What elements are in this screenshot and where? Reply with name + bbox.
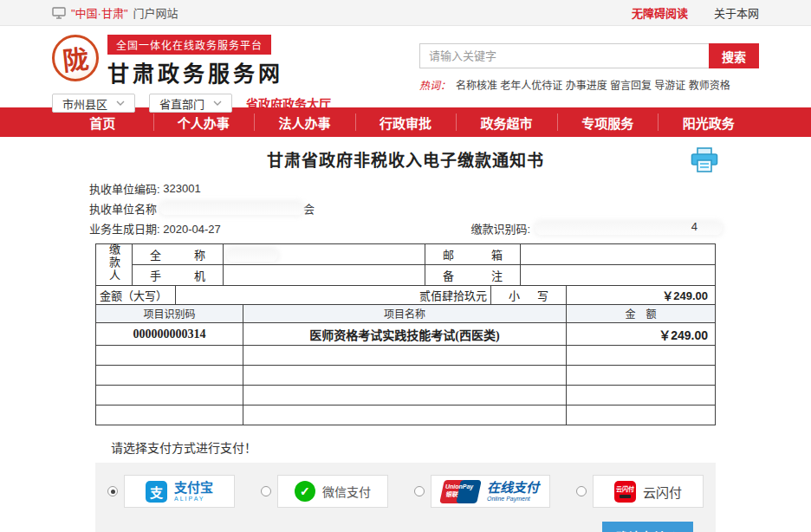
full-name-redaction bbox=[227, 249, 277, 262]
unit-code-value: 323001 bbox=[163, 182, 200, 195]
payment-id-label: 缴款识别码: bbox=[470, 220, 530, 237]
phone-label-cell: 手机 bbox=[133, 265, 224, 286]
printer-icon bbox=[690, 147, 719, 173]
unit-name-redaction bbox=[160, 202, 303, 215]
amount-small-label-cell: 小写 bbox=[491, 286, 567, 305]
col-header-project-name: 项目名称 bbox=[243, 305, 567, 323]
chevron-down-icon bbox=[116, 101, 125, 106]
empty-cell bbox=[96, 405, 243, 425]
empty-cell bbox=[567, 386, 716, 405]
about-site-link[interactable]: 关于本网 bbox=[714, 4, 759, 21]
portal-link[interactable]: "中国·甘肃"门户网站 bbox=[52, 4, 178, 21]
issue-date-value: 2020-04-27 bbox=[163, 223, 221, 236]
alipay-icon: 支 bbox=[146, 481, 167, 503]
table-row bbox=[96, 346, 716, 366]
accessibility-link[interactable]: 无障碍阅读 bbox=[632, 4, 688, 21]
site-logo[interactable]: 陇 全国一体化在线政务服务平台 甘肃政务服务网 bbox=[52, 35, 331, 88]
mail-label-cell: 邮箱 bbox=[425, 244, 521, 265]
unionpay-icon: UnionPay银联 bbox=[442, 480, 480, 503]
nav-home[interactable]: 首页 bbox=[52, 107, 153, 137]
unionpay-option[interactable]: UnionPay银联 在线支付 Online Payment bbox=[431, 475, 550, 508]
alipay-radio[interactable] bbox=[107, 486, 118, 496]
quickpass-icon: 云闪付 bbox=[614, 481, 636, 503]
notice-title: 甘肃省政府非税收入电子缴款通知书 bbox=[267, 147, 544, 171]
remark-label-cell: 备注 bbox=[425, 265, 521, 286]
nav-special-services[interactable]: 专项服务 bbox=[557, 107, 659, 137]
alipay-option[interactable]: 支 支付宝 ALIPAY bbox=[124, 475, 235, 508]
wechat-option[interactable]: ✓ 微信支付 bbox=[277, 475, 388, 508]
empty-cell bbox=[243, 405, 567, 425]
payer-header-cell: 缴款人 bbox=[96, 244, 133, 286]
notice-table: 缴款人 全称 邮箱 手机 备注 金额（大写） 贰佰肆拾玖元 bbox=[95, 243, 716, 425]
hot-words-list[interactable]: 名称核准 老年人优待证 办事进度 留言回复 导游证 教师资格 bbox=[456, 80, 730, 92]
unit-code-label: 执收单位编码: bbox=[89, 180, 160, 197]
unionpay-radio[interactable] bbox=[414, 486, 425, 496]
payment-method-unionpay: UnionPay银联 在线支付 Online Payment bbox=[414, 475, 550, 508]
top-utility-bar: "中国·甘肃"门户网站 无障碍阅读 关于本网 bbox=[0, 0, 811, 26]
phone-value-cell bbox=[224, 265, 425, 286]
empty-cell bbox=[96, 346, 243, 366]
quickpass-radio[interactable] bbox=[576, 486, 587, 496]
hot-words: 热词：名称核准 老年人优待证 办事进度 留言回复 导游证 教师资格 bbox=[419, 77, 759, 92]
search-input[interactable] bbox=[419, 43, 709, 68]
empty-cell bbox=[96, 366, 243, 386]
chevron-down-icon bbox=[213, 101, 222, 106]
table-row bbox=[96, 366, 716, 386]
nav-administrative-approval[interactable]: 行政审批 bbox=[355, 107, 457, 137]
empty-cell bbox=[243, 366, 567, 386]
table-row bbox=[96, 386, 716, 405]
unit-name-visible: 会 bbox=[303, 200, 315, 217]
unionpay-sublabel: Online Payment bbox=[487, 496, 539, 502]
quickpass-option[interactable]: 云闪付 云闪付 bbox=[593, 475, 704, 508]
platform-banner: 全国一体化在线政务服务平台 bbox=[107, 35, 271, 55]
project-name-cell: 医师资格考试实践技能考试(西医类) bbox=[243, 323, 567, 346]
main-nav: 首页 个人办事 法人办事 行政审批 政务超市 专项服务 阳光政务 bbox=[0, 107, 811, 137]
nav-personal[interactable]: 个人办事 bbox=[153, 107, 255, 137]
nav-gov-supermarket[interactable]: 政务超市 bbox=[456, 107, 557, 137]
alipay-label: 支付宝 bbox=[174, 481, 213, 494]
unit-name-label: 执收单位名称 bbox=[89, 200, 157, 217]
project-code-cell: 000000000314 bbox=[96, 323, 243, 346]
nav-transparent-gov[interactable]: 阳光政务 bbox=[658, 107, 759, 137]
long-seal-icon: 陇 bbox=[52, 35, 99, 81]
amount-total-cell: ￥249.00 bbox=[567, 286, 716, 305]
empty-cell bbox=[567, 346, 716, 366]
nav-legal-person[interactable]: 法人办事 bbox=[254, 107, 355, 137]
notice-main: 甘肃省政府非税收入电子缴款通知书 执收单位编码: 323001 执收单位名称 会 bbox=[0, 137, 811, 532]
wechat-pay-icon: ✓ bbox=[295, 481, 315, 502]
confirm-payment-button[interactable]: 确认支付 bbox=[602, 522, 693, 532]
col-header-project-code: 项目识别码 bbox=[96, 305, 243, 323]
site-header: 陇 全国一体化在线政务服务平台 甘肃政务服务网 市州县区 省直部门 bbox=[0, 26, 811, 107]
payment-id-redaction: 4 bbox=[535, 222, 722, 235]
empty-cell bbox=[96, 386, 243, 405]
full-name-label-cell: 全称 bbox=[133, 244, 224, 265]
portal-name-red: "中国·甘肃" bbox=[71, 4, 128, 21]
payment-method-quickpass: 云闪付 云闪付 bbox=[576, 475, 704, 508]
wechat-label: 微信支付 bbox=[322, 483, 371, 500]
full-name-value-cell bbox=[224, 244, 425, 265]
mail-value-cell bbox=[521, 244, 716, 265]
unionpay-label: 在线支付 bbox=[487, 481, 539, 494]
empty-cell bbox=[243, 346, 567, 366]
issue-date-label: 业务生成日期: bbox=[89, 223, 160, 236]
empty-cell bbox=[567, 405, 716, 425]
hot-words-label: 热词： bbox=[419, 80, 451, 92]
col-header-amount: 金 额 bbox=[567, 305, 716, 323]
amount-caps-label-cell: 金额（大写） bbox=[96, 286, 176, 305]
payment-id-visible: 4 bbox=[691, 220, 697, 233]
print-button[interactable] bbox=[690, 147, 719, 177]
quickpass-label: 云闪付 bbox=[643, 483, 682, 501]
page: "中国·甘肃"门户网站 无障碍阅读 关于本网 陇 全国一体化在线政务服务平台 甘… bbox=[0, 0, 811, 532]
alipay-sublabel: ALIPAY bbox=[174, 496, 213, 502]
monitor-icon bbox=[52, 7, 66, 19]
remark-value-cell bbox=[521, 265, 716, 286]
search-button[interactable]: 搜索 bbox=[709, 43, 759, 68]
wechat-radio[interactable] bbox=[261, 486, 271, 496]
portal-name-rest: 门户网站 bbox=[133, 4, 178, 21]
table-row bbox=[96, 405, 716, 425]
project-amount-cell: ￥249.00 bbox=[567, 323, 716, 346]
site-name: 甘肃政务服务网 bbox=[107, 56, 283, 88]
payment-panel: 支 支付宝 ALIPAY ✓ 微信支付 bbox=[95, 463, 716, 532]
empty-cell bbox=[243, 386, 567, 405]
payment-method-alipay: 支 支付宝 ALIPAY bbox=[107, 475, 235, 508]
